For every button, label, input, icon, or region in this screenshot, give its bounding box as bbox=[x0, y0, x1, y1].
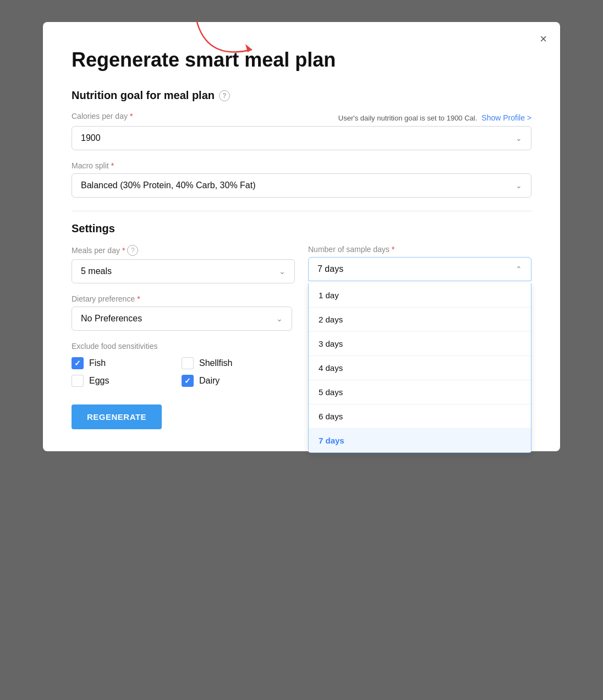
checkbox-label: Eggs bbox=[89, 376, 109, 386]
checkbox-item[interactable]: Eggs bbox=[72, 375, 160, 387]
close-button[interactable]: × bbox=[540, 33, 547, 45]
modal-title: Regenerate smart meal plan bbox=[72, 48, 531, 72]
checkbox-box bbox=[182, 375, 194, 387]
dropdown-item[interactable]: 6 days bbox=[309, 404, 531, 429]
dropdown-item[interactable]: 7 days bbox=[309, 429, 531, 452]
meals-required-star: * bbox=[122, 246, 125, 255]
dietary-required-star: * bbox=[137, 294, 140, 303]
checkbox-item[interactable]: Dairy bbox=[182, 375, 270, 387]
calories-required-star: * bbox=[130, 112, 133, 121]
checkbox-grid: FishShellfishEggsDairy bbox=[72, 357, 270, 387]
macro-select[interactable]: Balanced (30% Protein, 40% Carb, 30% Fat… bbox=[72, 173, 531, 198]
sample-days-col: Number of sample days * 7 days ⌃ 1 day2 … bbox=[308, 245, 531, 283]
dropdown-item[interactable]: 1 day bbox=[309, 283, 531, 308]
sample-days-dropdown: 1 day2 days3 days4 days5 days6 days7 day… bbox=[308, 283, 531, 453]
checkbox-box bbox=[72, 375, 84, 387]
checkbox-box bbox=[72, 357, 84, 369]
checkbox-label: Fish bbox=[89, 358, 106, 368]
dietary-select[interactable]: No Preferences ⌄ bbox=[72, 307, 292, 331]
calories-field-header: Calories per day * User's daily nutritio… bbox=[72, 112, 531, 124]
nutrition-help-icon[interactable]: ? bbox=[219, 90, 230, 101]
calories-select[interactable]: 1900 ⌄ bbox=[72, 126, 531, 150]
nutrition-section-title: Nutrition goal for meal plan ? bbox=[72, 89, 531, 102]
modal-container: × Regenerate smart meal plan Nutrition g… bbox=[43, 22, 560, 451]
dropdown-item[interactable]: 4 days bbox=[309, 356, 531, 380]
show-profile-link[interactable]: Show Profile > bbox=[481, 113, 531, 122]
sample-days-label: Number of sample days * bbox=[308, 245, 531, 254]
sample-days-select[interactable]: 7 days ⌃ bbox=[308, 257, 531, 281]
section-divider bbox=[72, 211, 531, 211]
regenerate-button[interactable]: REGENERATE bbox=[72, 404, 162, 429]
nutrition-section: Nutrition goal for meal plan ? Calories … bbox=[72, 89, 531, 198]
meals-select[interactable]: 5 meals ⌄ bbox=[72, 259, 295, 283]
checkbox-box bbox=[182, 357, 194, 369]
dropdown-item[interactable]: 2 days bbox=[309, 308, 531, 332]
checkbox-label: Shellfish bbox=[199, 358, 232, 368]
macro-chevron-icon: ⌄ bbox=[516, 181, 522, 190]
meals-chevron-icon: ⌄ bbox=[279, 267, 286, 276]
dietary-chevron-icon: ⌄ bbox=[276, 314, 283, 323]
calories-hint: User's daily nutrition goal is set to 19… bbox=[338, 114, 478, 122]
macro-label: Macro split * bbox=[72, 161, 531, 170]
checkbox-item[interactable]: Shellfish bbox=[182, 357, 270, 369]
checkbox-label: Dairy bbox=[199, 376, 220, 386]
checkbox-item[interactable]: Fish bbox=[72, 357, 160, 369]
settings-section-title: Settings bbox=[72, 222, 531, 235]
meals-col: Meals per day * ? 5 meals ⌄ bbox=[72, 245, 295, 283]
dropdown-item[interactable]: 5 days bbox=[309, 380, 531, 404]
settings-section: Settings Meals per day * ? 5 meals ⌄ bbox=[72, 222, 531, 387]
sample-days-chevron-icon: ⌃ bbox=[516, 265, 522, 274]
meals-sample-row: Meals per day * ? 5 meals ⌄ Number of sa… bbox=[72, 245, 531, 283]
macro-required-star: * bbox=[111, 161, 114, 170]
sample-days-required-star: * bbox=[392, 245, 394, 254]
calories-chevron-icon: ⌄ bbox=[516, 134, 522, 143]
meals-help-icon[interactable]: ? bbox=[127, 245, 138, 256]
meals-label: Meals per day * ? bbox=[72, 245, 295, 256]
dropdown-item[interactable]: 3 days bbox=[309, 332, 531, 356]
calories-label: Calories per day * bbox=[72, 112, 133, 121]
modal-overlay: × Regenerate smart meal plan Nutrition g… bbox=[0, 0, 603, 700]
